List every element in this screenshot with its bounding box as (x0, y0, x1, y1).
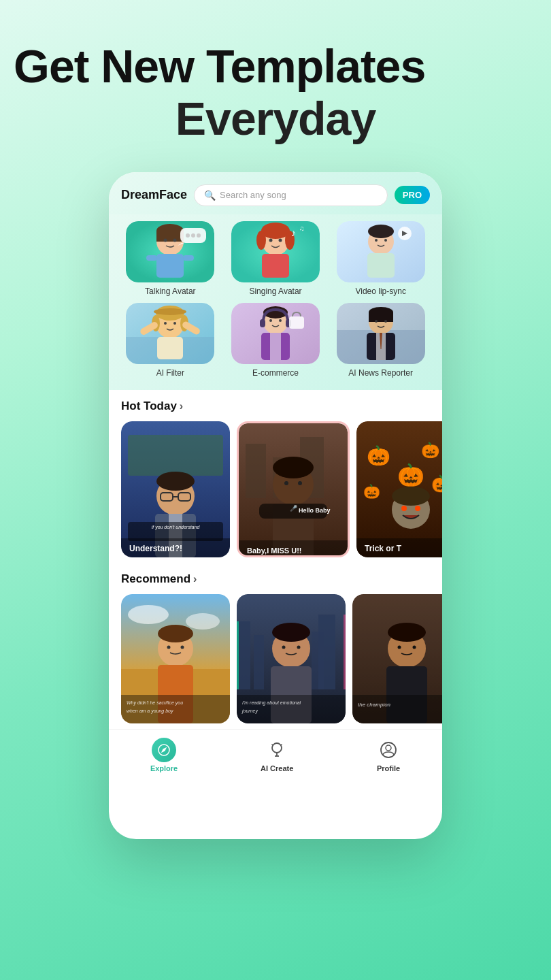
svg-text:🎃: 🎃 (367, 444, 390, 467)
ai-news-reporter-label: AI News Reporter (348, 368, 413, 378)
category-ecommerce[interactable]: E-commerce (227, 303, 325, 378)
svg-text:Trick or T: Trick or T (365, 544, 402, 553)
svg-rect-65 (128, 435, 223, 476)
svg-point-26 (368, 225, 394, 238)
svg-rect-137 (352, 695, 442, 723)
svg-point-85 (298, 481, 302, 485)
svg-point-148 (386, 745, 391, 751)
svg-point-20 (269, 238, 272, 242)
svg-text:Understand?!: Understand?! (129, 544, 182, 553)
svg-point-38 (154, 308, 186, 315)
svg-text:🎤: 🎤 (290, 504, 298, 512)
rec-card-2[interactable]: I'm reading about emotional journey (237, 594, 346, 723)
svg-point-63 (384, 320, 387, 323)
nav-ai-create[interactable]: AI Create (261, 738, 293, 772)
svg-point-98 (392, 487, 430, 506)
app-header: DreamFace 🔍 Search any song PRO (109, 172, 442, 214)
svg-point-123 (272, 623, 310, 642)
svg-text:🎃: 🎃 (421, 441, 440, 459)
category-singing-avatar[interactable]: ♪ ♫ Singing Avatar (227, 221, 325, 296)
hot-today-arrow[interactable]: › (180, 400, 183, 412)
svg-rect-51 (289, 316, 304, 329)
svg-rect-6 (183, 255, 194, 261)
ai-create-icon (265, 738, 289, 762)
svg-text:journey: journey (241, 708, 258, 714)
search-icon: 🔍 (204, 190, 216, 201)
nav-explore[interactable]: Explore (150, 738, 178, 772)
svg-point-52 (269, 319, 272, 322)
svg-text:🎃: 🎃 (363, 483, 380, 500)
svg-rect-117 (254, 635, 264, 689)
hot-today-cards: if you don't understand Understand?! (109, 421, 442, 557)
svg-rect-119 (312, 632, 324, 689)
svg-point-43 (173, 322, 176, 325)
svg-point-125 (282, 645, 286, 649)
category-talking-avatar[interactable]: Talking Avatar (121, 221, 220, 296)
recommend-header: Recommend › (121, 572, 430, 586)
recommend-arrow[interactable]: › (193, 573, 197, 585)
svg-rect-58 (369, 312, 393, 322)
svg-text:when am a young boy: when am a young boy (127, 708, 173, 714)
svg-rect-19 (262, 254, 289, 278)
svg-point-21 (278, 238, 282, 242)
hot-card-understand[interactable]: if you don't understand Understand?! (121, 421, 230, 557)
svg-point-141 (272, 743, 282, 753)
svg-point-12 (191, 233, 195, 238)
recommend-title: Recommend (121, 572, 190, 586)
nav-profile[interactable]: Profile (376, 738, 401, 772)
svg-line-146 (281, 744, 282, 745)
svg-point-67 (156, 472, 195, 491)
svg-point-111 (181, 645, 184, 649)
svg-text:I'm reading about emotional: I'm reading about emotional (242, 700, 301, 706)
svg-point-84 (284, 481, 288, 485)
hot-card-baby-miss[interactable]: 🎤 Hello Baby Baby,I MISS U!! (237, 421, 350, 557)
svg-rect-39 (157, 337, 183, 359)
svg-point-105 (186, 613, 220, 630)
svg-point-126 (297, 645, 301, 649)
singing-avatar-image: ♪ ♫ (231, 221, 320, 282)
ai-filter-label: AI Filter (156, 368, 184, 378)
svg-text:Baby,I MISS U!!: Baby,I MISS U!! (247, 546, 301, 555)
svg-point-42 (164, 322, 167, 325)
pro-badge[interactable]: PRO (395, 186, 430, 204)
svg-rect-3 (156, 231, 184, 242)
svg-point-100 (415, 506, 420, 511)
explore-icon (152, 738, 176, 762)
profile-icon (376, 738, 401, 762)
svg-rect-48 (270, 333, 281, 360)
svg-point-135 (398, 645, 401, 649)
ai-create-label: AI Create (261, 764, 293, 772)
svg-text:♫: ♫ (299, 225, 305, 232)
svg-point-28 (375, 239, 378, 242)
svg-point-110 (167, 645, 171, 649)
talking-avatar-label: Talking Avatar (145, 287, 196, 296)
hot-today-header: Hot Today › (121, 399, 430, 413)
ecommerce-image (231, 303, 320, 364)
hot-today-section: Hot Today › (109, 390, 442, 563)
ecommerce-label: E-commerce (252, 368, 299, 378)
search-bar[interactable]: 🔍 Search any song (194, 184, 388, 206)
svg-rect-78 (246, 444, 266, 498)
svg-text:🎃: 🎃 (431, 474, 442, 493)
category-video-lip-sync[interactable]: Video lip-sync (331, 221, 430, 296)
svg-point-17 (256, 231, 266, 250)
svg-point-82 (273, 457, 314, 478)
category-ai-filter[interactable]: AI Filter (121, 303, 220, 378)
svg-rect-4 (156, 254, 184, 278)
bottom-navigation: Explore AI Create (109, 729, 442, 783)
phone-mockup: DreamFace 🔍 Search any song PRO (109, 172, 442, 839)
singing-avatar-label: Singing Avatar (249, 287, 301, 296)
svg-text:♪: ♪ (291, 227, 296, 238)
category-ai-news-reporter[interactable]: AI News Reporter (331, 303, 430, 378)
categories-section: Talking Avatar (109, 214, 442, 390)
search-placeholder-text: Search any song (220, 190, 286, 200)
svg-text:Hello Baby: Hello Baby (299, 507, 331, 514)
hot-card-trick[interactable]: 🎃 🎃 🎃 🎃 🎃 Trick or T (356, 421, 442, 557)
svg-text:if you don't understand: if you don't understand (152, 525, 201, 530)
svg-point-104 (128, 605, 169, 624)
talking-avatar-image (126, 221, 214, 282)
rec-card-1[interactable]: Why didn't he sacrifice you when am a yo… (121, 594, 230, 723)
explore-label: Explore (150, 764, 178, 772)
rec-card-3[interactable]: the champion (352, 594, 442, 723)
svg-text:🎃: 🎃 (397, 462, 424, 488)
